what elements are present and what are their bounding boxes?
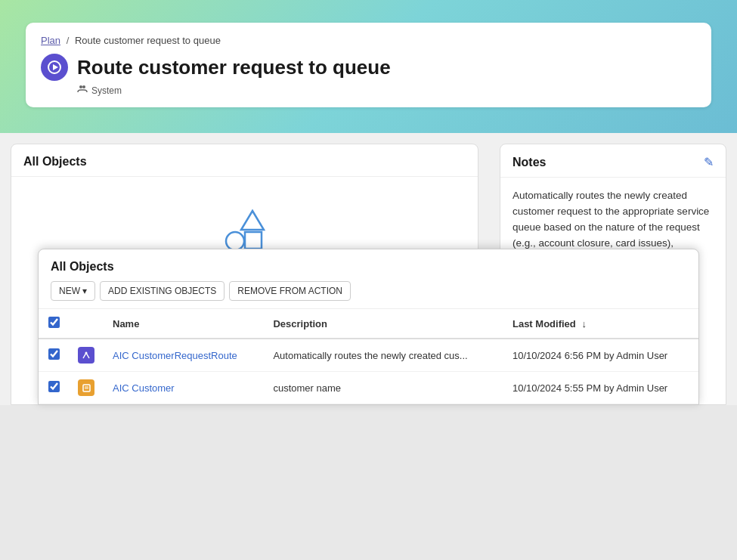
- overlay-new-label: NEW: [59, 286, 80, 296]
- row2-icon-cell: [69, 372, 104, 404]
- svg-marker-4: [241, 211, 264, 230]
- action-icon: [47, 60, 62, 75]
- svg-point-7: [85, 351, 87, 354]
- page-title: Route customer request to queue: [77, 56, 391, 79]
- breadcrumb: Plan / Route customer request to queue: [41, 35, 696, 46]
- table-body: AIC CustomerRequestRoute Automatically r…: [39, 339, 698, 404]
- breadcrumb-separator: /: [67, 35, 70, 46]
- left-panel-title: All Objects: [23, 155, 466, 169]
- last-modified-label: Last Modified: [512, 318, 576, 330]
- row2-desc-cell: customer name: [264, 372, 503, 404]
- overlay-buttons: NEW ▾ ADD EXISTING OBJECTS REMOVE FROM A…: [51, 281, 686, 301]
- breadcrumb-plan-link[interactable]: Plan: [41, 35, 60, 46]
- overlay-add-existing-button[interactable]: ADD EXISTING OBJECTS: [100, 281, 225, 301]
- page-icon: [41, 54, 68, 81]
- row1-checkbox-cell: [39, 339, 69, 372]
- header-section: Plan / Route customer request to queue R…: [0, 0, 737, 133]
- people-icon: [77, 84, 88, 94]
- row1-checkbox[interactable]: [48, 348, 60, 360]
- objects-table: Name Description Last Modified ↓: [39, 309, 698, 404]
- svg-point-5: [226, 232, 244, 250]
- row2-name-cell: AIC Customer: [104, 372, 264, 404]
- row2-name-link[interactable]: AIC Customer: [113, 382, 175, 394]
- overlay-header: All Objects NEW ▾ ADD EXISTING OBJECTS R…: [39, 249, 698, 309]
- th-name: Name: [104, 309, 264, 339]
- system-label-row: System: [77, 84, 696, 97]
- table-row: AIC CustomerRequestRoute Automatically r…: [39, 339, 698, 372]
- th-icon: [69, 309, 104, 339]
- svg-point-2: [79, 85, 82, 88]
- row2-customer-icon: [78, 379, 94, 396]
- overlay-new-arrow-icon: ▾: [82, 286, 87, 296]
- svg-marker-1: [53, 64, 58, 70]
- notes-header: Notes ✎: [500, 144, 726, 178]
- shapes-icon: [218, 207, 271, 252]
- edit-icon[interactable]: ✎: [704, 155, 714, 169]
- th-last-modified[interactable]: Last Modified ↓: [503, 309, 698, 339]
- overlay-new-button[interactable]: NEW ▾: [51, 281, 95, 301]
- row1-desc-cell: Automatically routes the newly created c…: [264, 339, 503, 372]
- sort-arrow-icon: ↓: [581, 318, 587, 330]
- overlay-panel: All Objects NEW ▾ ADD EXISTING OBJECTS R…: [38, 249, 699, 405]
- svg-point-3: [82, 85, 85, 88]
- notes-title: Notes: [512, 156, 546, 169]
- table-row: AIC Customer customer name 10/10/2024 5:…: [39, 372, 698, 404]
- row1-route-icon: [78, 347, 94, 364]
- select-all-checkbox[interactable]: [48, 317, 60, 328]
- row1-name-cell: AIC CustomerRequestRoute: [104, 339, 264, 372]
- row2-checkbox[interactable]: [48, 381, 60, 392]
- breadcrumb-current: Route customer request to queue: [75, 35, 221, 46]
- customer-icon-svg: [82, 383, 91, 393]
- remove-from-action-button[interactable]: REMOVE FROM ACTION: [229, 281, 351, 301]
- row1-name-link[interactable]: AIC CustomerRequestRoute: [113, 350, 237, 361]
- svg-rect-6: [245, 232, 262, 249]
- row1-icon-cell: [69, 339, 104, 372]
- system-icon: [77, 84, 88, 97]
- th-checkbox: [39, 309, 69, 339]
- overlay-title: All Objects: [51, 260, 686, 274]
- left-panel-header: All Objects: [11, 144, 478, 177]
- row1-modified-cell: 10/10/2024 6:56 PM by Admin User: [503, 339, 698, 372]
- th-description: Description: [264, 309, 503, 339]
- header-card: Plan / Route customer request to queue R…: [26, 23, 711, 107]
- row2-modified-cell: 10/10/2024 5:55 PM by Admin User: [503, 372, 698, 404]
- table-header: Name Description Last Modified ↓: [39, 309, 698, 339]
- system-text: System: [91, 85, 122, 96]
- row2-checkbox-cell: [39, 372, 69, 404]
- page-title-row: Route customer request to queue: [41, 54, 696, 81]
- route-icon-svg: [82, 351, 91, 360]
- main-content-area: All Objects No objects have been added: [0, 133, 737, 405]
